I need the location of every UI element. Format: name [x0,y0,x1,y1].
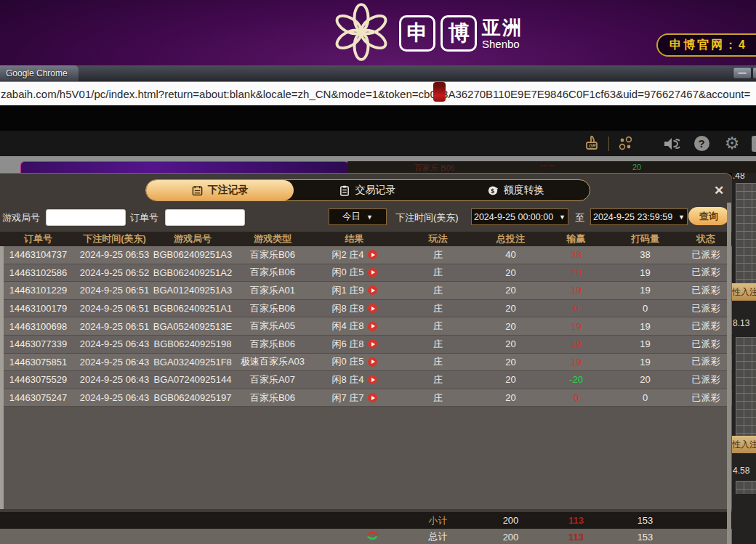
play-icon[interactable] [368,285,377,295]
settings-gear-icon[interactable]: ⚙ [720,133,744,155]
volume-icon[interactable] [659,133,683,155]
win-cell: 19 [542,267,611,278]
search-button[interactable]: 查询 [688,207,729,225]
col-header: 状态 [680,232,732,245]
subtotal-bet: 200 [480,515,542,526]
table-row: 144630773392024-9-25 06:43BGB06240925198… [0,336,732,354]
result-text: 闲6 庄8 [331,338,363,351]
bet-strip-button[interactable]: 性入注 [732,436,756,453]
col-header: 结果 [313,232,396,245]
play-icon[interactable] [368,339,377,349]
game-cell: 百家乐B06 [233,391,313,405]
play-icon[interactable] [368,357,377,367]
table-header-row: 订单号下注时间(美东)游戏局号游戏类型结果玩法总投注输赢打码量状态 [0,232,732,246]
maximize-button[interactable] [752,67,756,79]
status-cell: 已派彩 [680,248,732,261]
play-icon[interactable] [368,268,377,277]
subtotal-row: 小计 200 113 153 [0,512,732,529]
game-cell: 百家乐B06 [233,302,313,315]
refresh-icon[interactable] [366,530,379,544]
total-bet: 200 [480,532,542,543]
bet-cell: 20 [480,374,542,385]
tab-bet-records[interactable]: 下注记录 [146,180,294,200]
like-gr-icon[interactable]: GR [579,133,604,155]
tab-transaction-records[interactable]: 交易记录 [294,180,441,200]
col-header: 订单号 [0,232,76,245]
side-value-2: 4.58 [733,466,749,476]
result-cell: 闲7 庄7 [313,391,396,405]
win-cell: 0 [542,303,611,314]
time-cell: 2024-9-25 06:51 [76,321,153,332]
play-icon[interactable] [368,250,377,259]
order-no-input[interactable] [165,209,245,226]
logo-char-shen: 申 [399,15,435,52]
url-bar[interactable]: zabaih.com/h5V01/pc/index.html?return=ab… [0,81,756,106]
right-scrollbar[interactable] [727,203,731,544]
status-cell: 已派彩 [680,266,732,279]
close-icon[interactable]: ✕ [711,182,727,198]
bet-cell: 20 [480,392,542,403]
bet-cell: 20 [480,303,542,314]
help-icon[interactable]: ? [689,133,714,155]
play-cell: 庄 [396,391,480,405]
left-scrollbar[interactable] [0,246,4,509]
records-table-body: 144631047372024-9-25 06:53BGB062409251A3… [0,246,732,407]
play-icon[interactable] [368,322,377,331]
subtotal-label: 小计 [396,514,480,527]
result-text: 闲1 庄9 [331,284,363,297]
total-label: 总计 [396,530,480,543]
time-cell: 2024-9-25 06:43 [76,357,153,368]
edge-panel-handle-icon[interactable] [752,136,756,152]
result-text: 闲8 庄4 [331,373,363,386]
chips-dots-icon[interactable] [614,133,638,155]
round-cell: BGA07240925144 [153,374,233,385]
table-row: 144631006982024-9-25 06:51BGA0524092513E… [0,317,732,336]
result-cell: 闲8 庄8 [313,302,396,315]
time-cell: 2024-9-25 06:43 [76,392,153,403]
order-cell: 14463075851 [0,357,76,368]
game-cell: 百家乐A01 [233,284,313,297]
subtotal-win: 113 [542,515,611,526]
result-cell: 闲4 庄8 [313,320,396,333]
turnover-cell: 38 [611,249,680,260]
play-cell: 庄 [396,284,480,297]
order-cell: 14463100698 [0,321,76,332]
side-value-1: 8.13 [733,318,749,328]
quick-range-select[interactable]: 今日 ▼ [329,208,387,225]
minimize-button[interactable]: — [733,67,752,79]
play-cell: 庄 [396,373,480,386]
turnover-cell: 19 [611,338,680,349]
col-header: 打码量 [611,232,680,245]
chevron-down-icon: ▼ [559,214,566,221]
order-cell: 14463101229 [0,285,76,296]
status-cell: 已派彩 [680,302,732,315]
chrome-window-title: Google Chrome [0,65,79,81]
play-icon[interactable] [368,375,377,384]
total-win: 113 [542,532,611,543]
order-cell: 14463100179 [0,303,76,314]
turnover-cell: 19 [611,321,680,332]
date-to-select[interactable]: 2024-9-25 23:59:59 ▼ [590,208,688,225]
subtotal-turnover: 153 [611,515,680,526]
col-header: 游戏局号 [153,232,233,245]
round-cell: BGB062409251A3 [153,249,233,260]
bet-strip-button[interactable]: 性入注 [732,283,756,301]
result-cell: 闲0 庄5 [313,266,396,279]
play-icon[interactable] [368,304,377,313]
play-icon[interactable] [368,393,377,402]
black-band [0,105,756,131]
round-cell: BGA032409251F8 [153,357,233,368]
turnover-cell: 19 [611,267,680,278]
col-header: 下注时间(美东) [76,232,153,245]
time-cell: 2024-9-25 06:51 [76,303,153,314]
table-row: 144631047372024-9-25 06:53BGB062409251A3… [0,246,732,264]
game-round-input[interactable] [46,209,126,226]
table-row: 144631025862024-9-25 06:52BGB062409251A2… [0,264,732,283]
background-table-strip: 百家乐 B06 **:** 20 [347,161,756,173]
logo-region-en: Shenbo [482,38,523,49]
status-cell: 已派彩 [680,338,732,351]
status-cell: 已派彩 [680,355,732,368]
official-site-button[interactable]: 申博官网：4 [656,33,756,57]
date-from-select[interactable]: 2024-9-25 00:00:00 ▼ [471,208,568,225]
tab-credit-transfer[interactable]: $ 额度转换 [442,180,590,200]
